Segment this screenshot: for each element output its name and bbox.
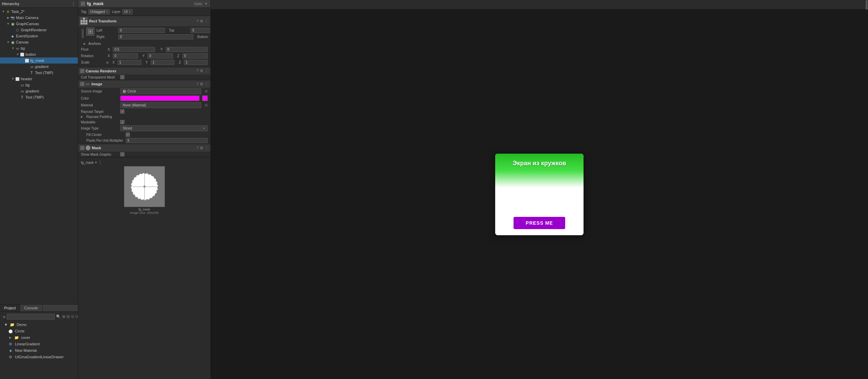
mask-help-icon[interactable]: ?: [196, 146, 198, 150]
canvas-renderer-header[interactable]: Canvas Renderer ? ⚙ ⋮: [78, 67, 210, 74]
source-image-picker-icon[interactable]: ⊙: [205, 89, 208, 93]
hierarchy-item-maincamera[interactable]: ▶ 📷 Main Camera: [0, 15, 78, 21]
pivot-row: Pivot X Y: [81, 46, 208, 53]
image-header[interactable]: ▭ Image ? ⚙ ⋮: [78, 80, 210, 88]
hierarchy-item-button[interactable]: ▼ ⬜ button: [0, 51, 78, 57]
color-picker-icon[interactable]: [202, 96, 208, 101]
hierarchy-item-graphrenderer[interactable]: ⬡ GraphRenderer: [0, 27, 78, 33]
raycast-target-checkbox[interactable]: [120, 109, 124, 114]
assets-icon1[interactable]: ⊞: [62, 314, 65, 319]
anchors-row[interactable]: ▶ Anchors: [81, 41, 208, 46]
tag-layer-row: Tag Untagged Layer UI: [78, 8, 210, 16]
cull-transparent-checkbox[interactable]: [120, 75, 124, 79]
hierarchy-item-htexttmp[interactable]: T Text (TMP): [0, 94, 78, 100]
cr-more-icon[interactable]: ⋮: [205, 69, 208, 73]
tab-console[interactable]: Console: [20, 305, 42, 311]
anchor-box-icon[interactable]: [86, 28, 94, 36]
asset-item-uigradient[interactable]: ⚙ UIGmaGradientLinearDrawer: [3, 354, 75, 360]
fill-center-checkbox[interactable]: [126, 133, 130, 137]
rect-transform-header[interactable]: Rect Transform ? ⚙ ⋮: [78, 16, 210, 26]
hierarchy-item-fgmask[interactable]: ⬜ fg_mask: [0, 57, 78, 64]
layer-dropdown[interactable]: UI: [122, 9, 133, 14]
pivot-y-input[interactable]: [166, 47, 208, 52]
hierarchy-item-hbg[interactable]: ▭ bg: [0, 82, 78, 88]
rot-x-input[interactable]: [113, 53, 138, 58]
right-input[interactable]: [118, 34, 193, 39]
image-actions: ? ⚙ ⋮: [196, 82, 208, 86]
pixels-per-unit-input[interactable]: [126, 138, 208, 143]
preview-name: fg_mask: [81, 161, 94, 165]
pivot-x-input[interactable]: [113, 47, 155, 52]
cr-settings-icon[interactable]: ⚙: [200, 69, 203, 73]
hierarchy-menu-icon[interactable]: ⋮: [71, 1, 76, 6]
assets-search-input[interactable]: [7, 314, 55, 320]
mask-more-icon[interactable]: ⋮: [205, 146, 208, 150]
preview-more-icon[interactable]: ⋮: [98, 160, 102, 165]
hierarchy-item-hgradient[interactable]: ▭ gradient: [0, 88, 78, 94]
asset-item-cover[interactable]: ▶ 📁 cover: [3, 334, 75, 341]
scale-y-input[interactable]: [151, 60, 175, 65]
static-dropdown-icon[interactable]: ▼: [205, 2, 208, 5]
image-checkbox[interactable]: [80, 82, 84, 86]
img-help-icon[interactable]: ?: [196, 82, 198, 86]
color-label: Color: [81, 97, 118, 100]
image-title: Image: [91, 82, 195, 86]
asset-item-circle[interactable]: ⬤ Circle: [3, 328, 75, 334]
image-type-select[interactable]: Sliced: [120, 125, 208, 131]
hierarchy-item-graphcanvas[interactable]: ▼ ▣ GraphCanvas: [0, 21, 78, 27]
canvas-renderer-section: Canvas Renderer ? ⚙ ⋮ Cull Transparent M…: [78, 67, 210, 80]
asset-item-demo[interactable]: ▼ 📁 Demo: [3, 322, 75, 328]
left-input[interactable]: [118, 28, 165, 33]
hierarchy-item-texttmp[interactable]: T Text (TMP): [0, 70, 78, 76]
rect-more-icon[interactable]: ⋮: [205, 19, 208, 23]
img-more-icon[interactable]: ⋮: [205, 82, 208, 86]
asset-item-lineargradient[interactable]: ⚙ LinearGradient: [3, 341, 75, 347]
assets-icon3[interactable]: ⊙: [71, 314, 74, 319]
color-field[interactable]: [120, 96, 199, 101]
mask-header[interactable]: Mask ? ⚙ ⋮: [78, 144, 210, 152]
tag-dropdown[interactable]: Untagged: [88, 9, 110, 14]
rect-help-icon[interactable]: ?: [196, 19, 198, 23]
raycast-padding-row[interactable]: ▶ Raycast Padding: [78, 114, 210, 119]
hierarchy-item-eventsystem[interactable]: ◆ EventSystem: [0, 33, 78, 39]
material-picker-icon[interactable]: ⊙: [205, 103, 208, 107]
cr-help-icon[interactable]: ?: [196, 69, 198, 73]
material-icon: ◈: [8, 348, 13, 353]
rot-z-input[interactable]: [183, 53, 208, 58]
hierarchy-item-task2[interactable]: ▼ ⚙ Task_2*: [0, 8, 78, 15]
maskable-checkbox[interactable]: [120, 120, 124, 124]
image-component-icon: ▭: [86, 82, 89, 86]
unity-card: Экран из кружков PRESS ME: [495, 154, 584, 235]
hierarchy-item-gradient[interactable]: ▭ gradient: [0, 64, 78, 70]
hbg-icon: ▭: [20, 83, 24, 87]
scale-x-input[interactable]: [118, 60, 141, 65]
mask-settings-icon[interactable]: ⚙: [200, 146, 203, 150]
add-asset-button[interactable]: +: [3, 314, 5, 320]
img-settings-icon[interactable]: ⚙: [200, 82, 203, 86]
object-active-checkbox[interactable]: [81, 2, 85, 6]
press-me-button[interactable]: PRESS ME: [514, 217, 565, 229]
show-mask-graphic-row: Show Mask Graphic: [78, 152, 210, 157]
rect-settings-icon[interactable]: ⚙: [200, 19, 203, 23]
tab-project[interactable]: Project: [0, 305, 20, 311]
rot-y-input[interactable]: [147, 53, 173, 58]
hierarchy-item-bg[interactable]: ▼ ▭ bg: [0, 45, 78, 51]
assets-icon2[interactable]: ⊟: [67, 314, 70, 319]
asset-item-newmaterial[interactable]: ◈ New Material: [3, 347, 75, 354]
cover-arrow: ▶: [8, 335, 12, 340]
hbg-label: bg: [25, 83, 30, 87]
folder-icon-cover: 📁: [14, 335, 19, 340]
texttmp-icon: T: [29, 70, 34, 75]
mask-checkbox[interactable]: [80, 146, 84, 150]
graphrenderer-label: GraphRenderer: [21, 28, 47, 32]
show-mask-checkbox[interactable]: [120, 152, 124, 156]
material-field[interactable]: None (Material): [120, 102, 201, 108]
top-input[interactable]: [191, 28, 210, 33]
stretch-label: stretch: [81, 29, 84, 38]
scale-z-input[interactable]: [184, 60, 208, 65]
hierarchy-item-canvas[interactable]: ▼ ▣ Canvas: [0, 39, 78, 45]
preview-dropdown-icon[interactable]: ▼: [94, 161, 98, 164]
hierarchy-item-header[interactable]: ▼ ⬜ header: [0, 76, 78, 82]
canvas-renderer-checkbox[interactable]: [80, 69, 84, 73]
source-image-field[interactable]: Circle: [120, 88, 201, 94]
